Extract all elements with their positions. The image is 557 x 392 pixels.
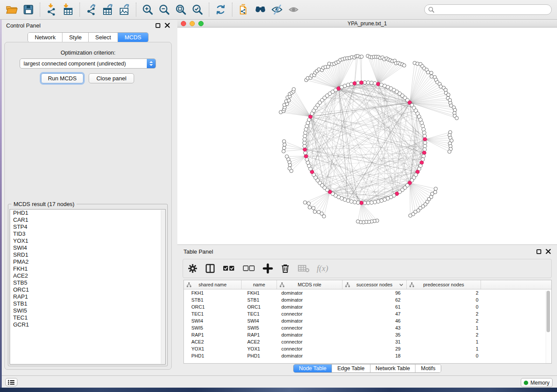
ring-node[interactable] bbox=[423, 148, 426, 151]
satellite-node[interactable] bbox=[288, 167, 291, 170]
network-canvas[interactable] bbox=[177, 28, 557, 244]
show-all-button[interactable] bbox=[285, 2, 302, 17]
zoom-selected-button[interactable] bbox=[189, 2, 206, 17]
tab-motifs[interactable]: Motifs bbox=[415, 364, 440, 372]
tab-network[interactable]: Network bbox=[28, 33, 62, 42]
ring-node[interactable] bbox=[303, 138, 306, 141]
mcds-result-item[interactable]: SRD1 bbox=[10, 251, 165, 258]
satellite-node[interactable] bbox=[430, 75, 433, 78]
mcds-result-item[interactable]: PMA2 bbox=[10, 258, 165, 265]
ring-node[interactable] bbox=[421, 124, 424, 128]
mcds-hub-node[interactable] bbox=[360, 81, 363, 85]
satellite-node[interactable] bbox=[303, 201, 307, 204]
table-row[interactable]: TEC1TEC1connector472 bbox=[184, 310, 551, 317]
tab-select[interactable]: Select bbox=[89, 33, 118, 42]
ring-node[interactable] bbox=[346, 83, 350, 86]
table-scrollbar-thumb[interactable] bbox=[547, 291, 550, 332]
mcds-result-item[interactable]: STB5 bbox=[10, 279, 165, 286]
close-panel-button[interactable]: Close panel bbox=[89, 73, 134, 83]
ring-node[interactable] bbox=[373, 200, 377, 204]
ring-node[interactable] bbox=[423, 144, 427, 148]
mcds-hub-node[interactable] bbox=[353, 82, 357, 86]
mcds-result-item[interactable]: PHD1 bbox=[10, 210, 165, 217]
network-search-box[interactable] bbox=[424, 4, 552, 15]
toggle-panel-columns-icon[interactable] bbox=[205, 263, 215, 274]
satellite-node[interactable] bbox=[308, 206, 311, 209]
ring-node[interactable] bbox=[377, 199, 380, 203]
export-table-button[interactable] bbox=[100, 2, 116, 17]
float-panel-icon[interactable] bbox=[536, 249, 541, 254]
mcds-hub-node[interactable] bbox=[423, 138, 427, 141]
run-mcds-button[interactable]: Run MCDS bbox=[41, 73, 83, 83]
table-row[interactable]: SWI5SWI5connector431 bbox=[184, 324, 551, 331]
table-row[interactable]: STB1STB1dominator620 bbox=[184, 296, 551, 303]
tab-edge-table[interactable]: Edge Table bbox=[332, 364, 370, 372]
satellite-node[interactable] bbox=[402, 64, 406, 67]
ring-node[interactable] bbox=[353, 200, 356, 204]
column-header-predecessor-nodes[interactable]: predecessor nodes bbox=[407, 280, 481, 289]
mcds-result-item[interactable]: RAP1 bbox=[10, 293, 165, 300]
ring-node[interactable] bbox=[303, 144, 306, 148]
column-header-successor-nodes[interactable]: successor nodes bbox=[343, 280, 407, 289]
ring-node[interactable] bbox=[370, 81, 373, 85]
save-session-button[interactable] bbox=[20, 2, 37, 17]
table-row[interactable]: PHD1PHD1dominator180 bbox=[184, 352, 551, 359]
open-file-button[interactable] bbox=[3, 2, 20, 17]
apply-layout-button[interactable] bbox=[212, 2, 229, 17]
ring-node[interactable] bbox=[349, 199, 353, 203]
task-history-button[interactable] bbox=[5, 378, 17, 386]
satellite-node[interactable] bbox=[448, 150, 451, 153]
close-panel-icon[interactable] bbox=[546, 249, 551, 254]
satellite-node[interactable] bbox=[282, 146, 286, 150]
satellite-node[interactable] bbox=[282, 140, 286, 143]
column-header-name[interactable]: name bbox=[242, 280, 277, 289]
settings-gear-icon[interactable] bbox=[187, 263, 198, 274]
mcds-result-item[interactable]: GCR1 bbox=[10, 321, 165, 328]
zoom-in-button[interactable] bbox=[139, 2, 156, 17]
ring-node[interactable] bbox=[303, 141, 306, 144]
export-network-button[interactable] bbox=[83, 2, 100, 17]
mcds-result-item[interactable]: TEC1 bbox=[10, 314, 165, 321]
ring-node[interactable] bbox=[304, 131, 307, 134]
ring-node[interactable] bbox=[363, 81, 367, 84]
mcds-hub-node[interactable] bbox=[422, 151, 426, 155]
ring-node[interactable] bbox=[349, 82, 353, 86]
satellite-node[interactable] bbox=[434, 187, 437, 190]
mcds-result-item[interactable]: FKH1 bbox=[10, 265, 165, 272]
table-row[interactable]: ACE2ACE2connector311 bbox=[184, 338, 551, 345]
satellite-node[interactable] bbox=[446, 93, 450, 96]
ring-node[interactable] bbox=[304, 127, 308, 131]
node-table[interactable]: shared namenameMCDS rolesuccessor nodesp… bbox=[183, 280, 552, 364]
satellite-node[interactable] bbox=[292, 87, 295, 91]
column-header-MCDS-role[interactable]: MCDS role bbox=[277, 280, 343, 289]
tab-network-table[interactable]: Network Table bbox=[370, 364, 416, 372]
ring-node[interactable] bbox=[423, 141, 427, 144]
ring-node[interactable] bbox=[423, 134, 426, 138]
mcds-result-item[interactable]: STP4 bbox=[10, 224, 165, 230]
tab-style[interactable]: Style bbox=[62, 33, 89, 42]
satellite-node[interactable] bbox=[455, 117, 458, 120]
network-graph[interactable] bbox=[177, 28, 557, 244]
satellite-node[interactable] bbox=[360, 55, 363, 58]
float-panel-icon[interactable] bbox=[156, 23, 160, 28]
mcds-result-list[interactable]: PHD1CAR1STP4TID3YOX1SWI4SRD1PMA2FKH1ACE2… bbox=[10, 209, 166, 364]
satellite-node[interactable] bbox=[429, 71, 433, 75]
mcds-result-item[interactable]: YOX1 bbox=[10, 237, 165, 244]
zoom-out-button[interactable] bbox=[156, 2, 173, 17]
zoom-fit-button[interactable] bbox=[173, 2, 189, 17]
import-table-button[interactable] bbox=[60, 2, 76, 17]
ring-node[interactable] bbox=[370, 201, 373, 204]
memory-button[interactable]: Memory bbox=[521, 378, 553, 387]
satellite-node[interactable] bbox=[312, 206, 315, 210]
search-input[interactable] bbox=[436, 7, 548, 13]
mcds-hub-node[interactable] bbox=[303, 148, 307, 151]
optimization-criterion-select[interactable]: largest connected component (undirected) bbox=[20, 58, 156, 69]
satellite-node[interactable] bbox=[317, 210, 321, 214]
mcds-result-item[interactable]: CAR1 bbox=[10, 217, 165, 224]
column-header-shared-name[interactable]: shared name bbox=[184, 280, 242, 289]
clone-network-button[interactable] bbox=[235, 2, 252, 17]
satellite-node[interactable] bbox=[356, 220, 360, 223]
table-row[interactable]: RAP1RAP1dominator352 bbox=[184, 331, 551, 338]
table-row[interactable]: ORC1ORC1dominator610 bbox=[184, 303, 551, 310]
tab-mcds[interactable]: MCDS bbox=[118, 33, 148, 42]
